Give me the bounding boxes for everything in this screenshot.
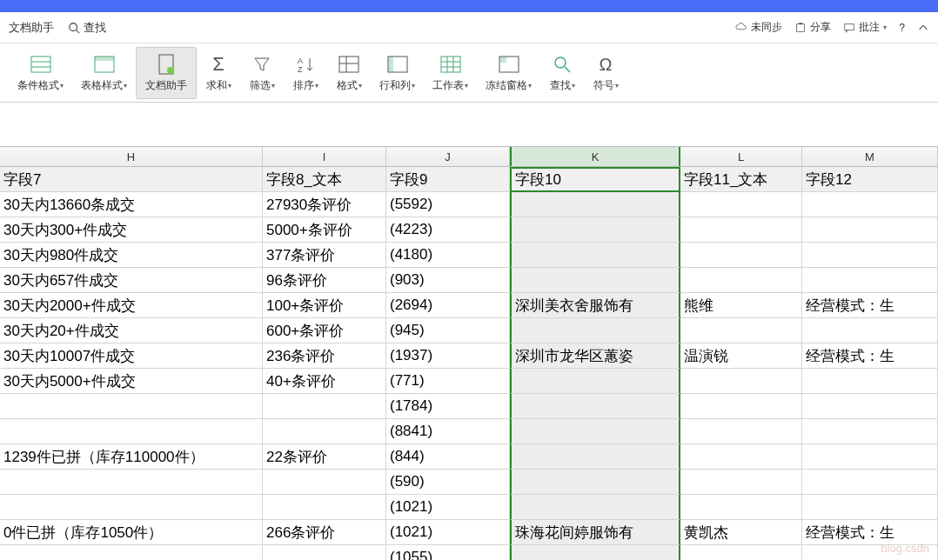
cell[interactable]	[680, 470, 802, 495]
cell[interactable]: (8841)	[386, 419, 510, 444]
symbol-button[interactable]: Ω 符号▾	[584, 47, 627, 99]
table-style-button[interactable]: 表格样式▾	[72, 47, 136, 99]
cell[interactable]	[263, 470, 386, 495]
cell[interactable]	[510, 318, 680, 343]
cell[interactable]	[510, 545, 680, 560]
col-header-I[interactable]: I	[263, 147, 386, 166]
cell[interactable]: 40+条评价	[263, 369, 386, 394]
cell[interactable]	[680, 369, 802, 394]
cell[interactable]: 30天内2000+件成交	[0, 293, 263, 318]
cell[interactable]	[802, 495, 938, 520]
cell[interactable]	[802, 192, 938, 217]
cell[interactable]: 30天内20+件成交	[0, 318, 263, 343]
cell[interactable]: 黄凯杰	[680, 520, 802, 545]
collapse-button[interactable]	[917, 22, 929, 34]
cond-format-button[interactable]: 条件格式▾	[9, 47, 72, 99]
cell[interactable]: (1055)	[386, 545, 510, 560]
col-header-L[interactable]: L	[680, 147, 802, 166]
cell[interactable]	[802, 545, 938, 560]
cell[interactable]: (945)	[386, 318, 510, 343]
cell[interactable]	[680, 318, 802, 343]
cell[interactable]	[510, 268, 680, 293]
cell[interactable]	[680, 268, 802, 293]
cell[interactable]: (1784)	[386, 394, 510, 419]
cell[interactable]: 经营模式：生	[802, 343, 938, 369]
cell[interactable]: (1021)	[386, 495, 510, 520]
cell[interactable]	[0, 545, 263, 560]
cell[interactable]: 0件已拼（库存1050件）	[0, 520, 263, 545]
cell[interactable]	[510, 217, 680, 243]
cell[interactable]	[680, 495, 802, 520]
grid[interactable]: 字段7 字段8_文本 字段9 字段10 字段11_文本 字段12 30天内136…	[0, 167, 938, 560]
cell[interactable]: 1239件已拼（库存110000件）	[0, 444, 263, 470]
cell[interactable]: 30天内657件成交	[0, 268, 263, 293]
cell[interactable]	[680, 192, 802, 217]
col-header-H[interactable]: H	[0, 147, 263, 166]
cell[interactable]: 字段8_文本	[263, 167, 386, 192]
cell[interactable]	[0, 394, 263, 419]
cell[interactable]	[0, 470, 263, 495]
cell[interactable]	[802, 217, 938, 243]
cell[interactable]: 266条评价	[263, 520, 386, 545]
cell[interactable]: 经营模式：生	[802, 520, 938, 545]
cell[interactable]: 30天内980件成交	[0, 243, 263, 268]
doc-helper-button[interactable]: 文档助手	[136, 47, 197, 99]
cell[interactable]	[510, 243, 680, 268]
cell[interactable]: 珠海花间婷服饰有	[510, 520, 680, 545]
cell[interactable]	[263, 419, 386, 444]
search-menu[interactable]: 查找	[68, 20, 106, 36]
cell[interactable]: 5000+条评价	[263, 217, 386, 243]
find-button[interactable]: 查找▾	[540, 47, 584, 99]
cell[interactable]	[510, 192, 680, 217]
cell[interactable]: 30天内10007件成交	[0, 343, 263, 369]
cell[interactable]: 字段7	[0, 167, 263, 192]
cell[interactable]: 22条评价	[263, 444, 386, 470]
cell[interactable]: 字段11_文本	[680, 167, 802, 192]
cell[interactable]	[510, 470, 680, 495]
cell[interactable]: (1937)	[386, 343, 510, 369]
sum-button[interactable]: Σ 求和▾	[197, 47, 240, 99]
cell[interactable]: (590)	[386, 470, 510, 495]
col-header-J[interactable]: J	[386, 147, 510, 166]
cell[interactable]: 字段12	[802, 167, 938, 192]
cell[interactable]	[510, 419, 680, 444]
comment-button[interactable]: 批注 ▾	[843, 20, 887, 35]
cell[interactable]	[680, 243, 802, 268]
cell[interactable]	[263, 394, 386, 419]
cell[interactable]: (4180)	[386, 243, 510, 268]
cell[interactable]: (903)	[386, 268, 510, 293]
cell[interactable]	[680, 217, 802, 243]
cell[interactable]: 377条评价	[263, 243, 386, 268]
cell[interactable]	[802, 394, 938, 419]
cell[interactable]	[680, 419, 802, 444]
freeze-button[interactable]: 冻结窗格▾	[477, 47, 540, 99]
cell[interactable]: (844)	[386, 444, 510, 470]
cell[interactable]	[263, 545, 386, 560]
cell[interactable]: 600+条评价	[263, 318, 386, 343]
cell[interactable]	[510, 369, 680, 394]
cell[interactable]	[680, 545, 802, 560]
cell[interactable]: 经营模式：生	[802, 293, 938, 318]
rowcol-button[interactable]: 行和列▾	[371, 47, 424, 99]
cell[interactable]: 96条评价	[263, 268, 386, 293]
cell[interactable]: 27930条评价	[263, 192, 386, 217]
cell[interactable]: 熊维	[680, 293, 802, 318]
cell[interactable]: 30天内13660条成交	[0, 192, 263, 217]
cell[interactable]	[802, 444, 938, 470]
cell[interactable]: (4223)	[386, 217, 510, 243]
sort-button[interactable]: AZ 排序▾	[284, 47, 327, 99]
col-header-M[interactable]: M	[802, 147, 938, 166]
cell[interactable]: 深圳市龙华区蕙姿	[510, 343, 680, 369]
cell[interactable]: 温演锐	[680, 343, 802, 369]
cell[interactable]	[802, 419, 938, 444]
cell[interactable]: (771)	[386, 369, 510, 394]
share-button[interactable]: 分享	[794, 20, 831, 35]
cell[interactable]: 236条评价	[263, 343, 386, 369]
active-cell[interactable]: 字段10	[510, 167, 680, 192]
cell[interactable]	[802, 369, 938, 394]
cell[interactable]	[263, 495, 386, 520]
cell[interactable]	[802, 268, 938, 293]
cell[interactable]	[802, 243, 938, 268]
cell[interactable]: (1021)	[386, 520, 510, 545]
cell[interactable]	[510, 444, 680, 470]
